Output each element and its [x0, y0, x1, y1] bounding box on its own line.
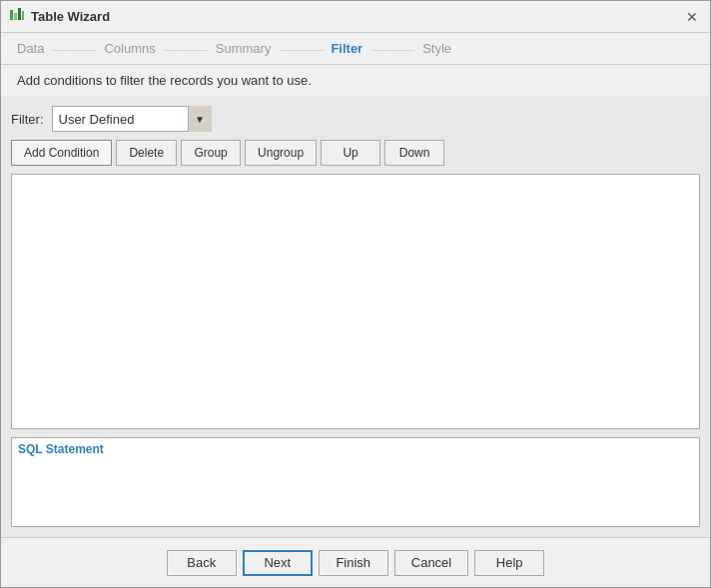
sql-label: SQL Statement [18, 442, 693, 456]
help-button[interactable]: Help [474, 550, 544, 576]
group-button[interactable]: Group [181, 140, 241, 166]
delete-button[interactable]: Delete [116, 140, 177, 166]
conditions-area [11, 174, 700, 429]
nav-sep-3: ———— [279, 43, 323, 55]
tab-summary[interactable]: Summary [216, 41, 272, 56]
sql-section: SQL Statement [11, 437, 700, 527]
tab-data[interactable]: Data [17, 41, 44, 56]
tab-filter[interactable]: Filter [331, 41, 362, 56]
toolbar: Add Condition Delete Group Ungroup Up Do… [11, 140, 700, 166]
table-wizard-window: Table Wizard ✕ Data ———— Columns ———— Su… [0, 0, 711, 588]
description-text: Add conditions to filter the records you… [1, 65, 710, 96]
filter-select-wrapper[interactable]: User Defined Custom ▼ [52, 106, 212, 132]
nav-tabs: Data ———— Columns ———— Summary ———— Filt… [1, 33, 710, 65]
ungroup-button[interactable]: Ungroup [245, 140, 317, 166]
wizard-icon [9, 7, 25, 26]
filter-dropdown[interactable]: User Defined Custom [52, 106, 212, 132]
tab-columns[interactable]: Columns [104, 41, 155, 56]
main-content: Filter: User Defined Custom ▼ Add Condit… [1, 96, 710, 537]
nav-sep-2: ———— [164, 43, 208, 55]
up-button[interactable]: Up [321, 140, 380, 166]
finish-button[interactable]: Finish [319, 550, 388, 576]
down-button[interactable]: Down [384, 140, 444, 166]
svg-rect-1 [14, 13, 17, 20]
svg-rect-3 [22, 11, 24, 20]
svg-rect-2 [18, 8, 21, 20]
footer: Back Next Finish Cancel Help [1, 537, 710, 587]
nav-sep-4: ———— [370, 43, 414, 55]
nav-sep-1: ———— [52, 43, 96, 55]
tab-style[interactable]: Style [422, 41, 451, 56]
back-button[interactable]: Back [167, 550, 237, 576]
add-condition-button[interactable]: Add Condition [11, 140, 112, 166]
filter-row: Filter: User Defined Custom ▼ [11, 106, 700, 132]
filter-label: Filter: [11, 112, 44, 127]
next-button[interactable]: Next [243, 550, 313, 576]
title-bar: Table Wizard ✕ [1, 1, 710, 33]
svg-rect-0 [10, 10, 13, 20]
window-title: Table Wizard [31, 9, 110, 24]
close-button[interactable]: ✕ [682, 7, 702, 27]
title-bar-left: Table Wizard [9, 7, 110, 26]
cancel-button[interactable]: Cancel [394, 550, 468, 576]
